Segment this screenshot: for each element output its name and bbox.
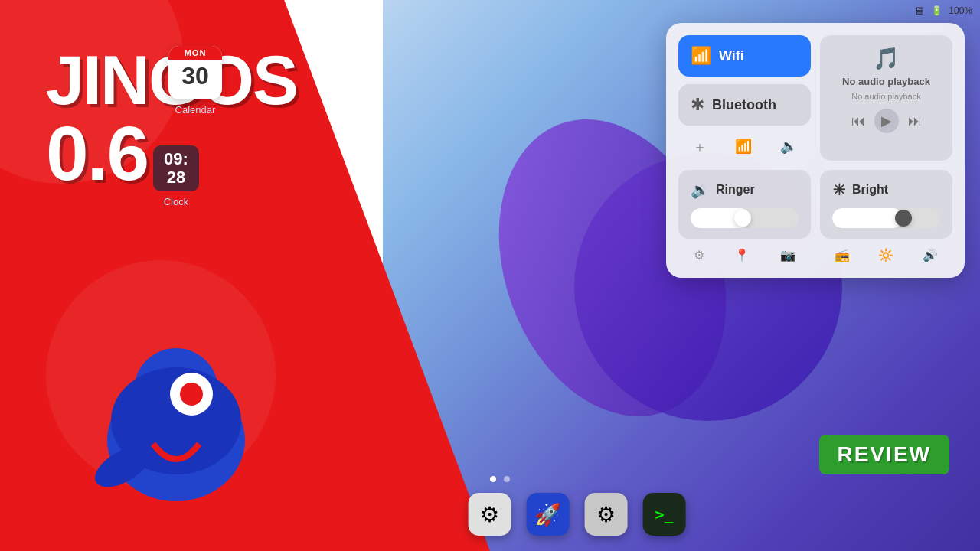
bluetooth-icon: ✱: [691, 95, 704, 115]
terminal-icon: >_: [655, 505, 674, 523]
bottom-icon-group-right: 📻 🔆 🔊: [820, 245, 952, 266]
review-label: REVIEW: [838, 442, 931, 466]
dot-2[interactable]: [504, 476, 510, 482]
bright-panel: ☀ Bright: [820, 170, 952, 239]
radio-icon[interactable]: 📻: [835, 248, 850, 262]
wifi-label: Wifi: [719, 48, 744, 64]
monitor-icon: 🖥: [914, 5, 925, 17]
dot-1[interactable]: [490, 476, 496, 482]
connectivity-column: 📶 Wifi ✱ Bluetooth ＋ 📶 🔈: [678, 35, 811, 161]
calendar-icon[interactable]: MON 30: [168, 46, 222, 99]
logo-container: [77, 321, 276, 520]
bright-slider-fill: [832, 208, 903, 228]
play-pause-button[interactable]: ▶: [874, 109, 899, 133]
bright-slider[interactable]: [832, 208, 940, 228]
status-bar: 🖥 🔋 100%: [914, 5, 972, 17]
clock-widget[interactable]: 09: 28 Clock: [153, 145, 199, 207]
wifi-icon: 📶: [691, 46, 711, 66]
dock-icon-system[interactable]: ⚙: [585, 493, 628, 536]
ringer-slider[interactable]: [691, 208, 799, 228]
ringer-label: Ringer: [716, 183, 755, 197]
control-bottom-row: 🔉 Ringer ☀ Bright: [678, 170, 952, 239]
app-dock: ⚙ 🚀 ⚙ >_: [469, 493, 686, 536]
audio-title: No audio playback: [842, 76, 930, 87]
ringer-title: 🔉 Ringer: [691, 181, 799, 199]
extra-icon-row: ＋ 📶 🔈: [678, 133, 811, 161]
music-icon: 🎵: [873, 46, 900, 71]
control-top-row: 📶 Wifi ✱ Bluetooth ＋ 📶 🔈 🎵 No audio play…: [678, 35, 952, 161]
calendar-month: MON: [168, 46, 222, 60]
battery-level: 100%: [949, 5, 972, 16]
clock-display: 09: 28: [153, 145, 199, 191]
bright-title: ☀ Bright: [832, 181, 940, 199]
settings-gear-icon: ⚙: [480, 502, 499, 527]
audio-controls: ⏮ ▶ ⏭: [851, 109, 922, 133]
location-icon[interactable]: 📍: [734, 248, 750, 262]
bright-slider-knob[interactable]: [895, 210, 912, 227]
calendar-label: Calendar: [175, 104, 216, 116]
add-icon[interactable]: ＋: [693, 138, 707, 156]
bottom-icon-group-left: ⚙ 📍 📷: [678, 245, 811, 266]
jingos-logo: [77, 321, 276, 520]
play-icon: ▶: [881, 112, 892, 129]
system-settings-icon: ⚙: [596, 502, 616, 527]
next-track-button[interactable]: ⏭: [908, 113, 922, 129]
brightness-icon: ☀: [832, 181, 846, 199]
clock-label: Clock: [164, 196, 189, 207]
control-center: 📶 Wifi ✱ Bluetooth ＋ 📶 🔈 🎵 No audio play…: [666, 23, 965, 278]
clock-time-line2: 28: [164, 168, 188, 187]
dock-icon-store[interactable]: 🚀: [527, 493, 570, 536]
ringer-panel: 🔉 Ringer: [678, 170, 811, 239]
sound-icon[interactable]: 🔊: [923, 248, 938, 262]
ringer-slider-knob[interactable]: [734, 210, 751, 227]
bluetooth-label: Bluetooth: [712, 97, 776, 113]
bright-label: Bright: [852, 183, 888, 197]
ringer-icon: 🔉: [691, 181, 710, 199]
volume-icon[interactable]: 🔈: [780, 138, 797, 156]
store-rocket-icon: 🚀: [534, 502, 561, 527]
settings-icon-small[interactable]: ⚙: [694, 248, 704, 262]
battery-icon: 🔋: [931, 5, 942, 16]
screenshot-icon[interactable]: 📷: [780, 248, 795, 262]
brightness-small-icon[interactable]: 🔆: [878, 248, 893, 262]
dock-icon-settings[interactable]: ⚙: [469, 493, 511, 536]
svg-point-4: [180, 383, 203, 406]
dock-icon-terminal[interactable]: >_: [643, 493, 686, 536]
calendar-day: 30: [168, 60, 222, 90]
wifi-button[interactable]: 📶 Wifi: [678, 35, 811, 77]
audio-panel: 🎵 No audio playback No audio playback ⏮ …: [820, 35, 952, 161]
wifi-small-icon[interactable]: 📶: [735, 138, 752, 156]
audio-subtitle: No audio playback: [851, 92, 921, 101]
page-dots: [490, 476, 510, 482]
review-badge: REVIEW: [819, 435, 949, 474]
calendar-widget[interactable]: MON 30 Calendar: [168, 46, 222, 116]
control-bottom-icons: ⚙ 📍 📷 📻 🔆 🔊: [678, 245, 952, 266]
clock-time-line1: 09:: [164, 150, 188, 168]
bluetooth-button[interactable]: ✱ Bluetooth: [678, 84, 811, 126]
prev-track-button[interactable]: ⏮: [851, 113, 865, 129]
